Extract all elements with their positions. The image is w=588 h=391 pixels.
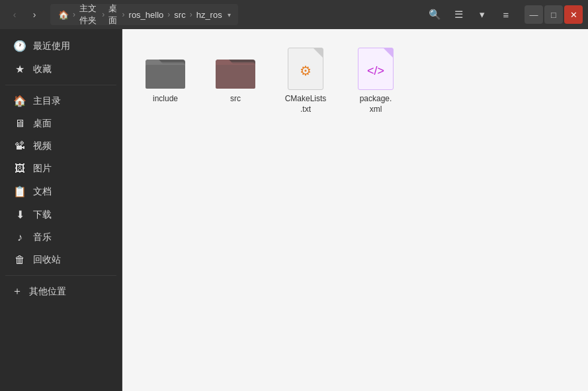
sidebar-item-video-label: 视频 (33, 140, 52, 152)
breadcrumb-desktop[interactable]: 桌面 (106, 1, 120, 28)
sidebar: 🕐 最近使用 ★ 收藏 🏠 主目录 🖥 桌面 📽 视频 🖼 图片 📋 文档 (0, 29, 122, 391)
music-icon: ♪ (13, 232, 26, 243)
sidebar-item-downloads-label: 下载 (33, 209, 52, 221)
nav-forward-button[interactable]: › (25, 5, 44, 24)
breadcrumb-hz-ros-label: hz_ros (196, 10, 222, 20)
close-button[interactable]: ✕ (564, 5, 583, 24)
nav-back-button[interactable]: ‹ (5, 5, 24, 24)
window-controls: — □ ✕ (525, 5, 583, 24)
cmake-file-label: CMakeLists.txt (285, 94, 327, 114)
sidebar-item-pictures-label: 图片 (33, 163, 52, 175)
file-item-cmake[interactable]: ⚙ CMakeLists.txt (276, 42, 335, 120)
breadcrumb-sep-2: › (102, 10, 105, 19)
sidebar-item-home-label: 主目录 (33, 95, 61, 107)
file-item-src[interactable]: src (206, 42, 265, 120)
breadcrumb-src-label: src (174, 10, 185, 20)
sidebar-item-trash[interactable]: 🗑 回收站 (3, 249, 119, 271)
nav-buttons: ‹ › (5, 5, 44, 24)
sidebar-item-trash-label: 回收站 (33, 254, 61, 266)
chevron-down-icon: ▾ (480, 9, 485, 21)
svg-rect-2 (146, 65, 185, 89)
sidebar-item-desktop[interactable]: 🖥 桌面 (3, 113, 119, 134)
cmake-file-icon: ⚙ (284, 48, 327, 90)
breadcrumb-sep-1: › (73, 10, 75, 19)
breadcrumb-homedir-label: 主文件夹 (79, 3, 98, 26)
recent-icon: 🕐 (13, 40, 26, 52)
desktop-icon: 🖥 (13, 118, 26, 130)
breadcrumb-sep-3: › (122, 10, 125, 19)
downloads-icon: ⬇ (13, 208, 26, 221)
view-options-button[interactable]: ▾ (472, 4, 493, 25)
plus-icon: ＋ (11, 284, 24, 298)
main-layout: 🕐 最近使用 ★ 收藏 🏠 主目录 🖥 桌面 📽 视频 🖼 图片 📋 文档 (0, 29, 588, 391)
sidebar-other-label: 其他位置 (29, 286, 66, 298)
sidebar-item-desktop-label: 桌面 (33, 118, 52, 130)
menu-button[interactable]: ≡ (495, 4, 517, 25)
breadcrumb-desktop-label: 桌面 (108, 3, 118, 26)
breadcrumb-ros-hello-label: ros_hello (129, 10, 164, 20)
search-button[interactable]: 🔍 (424, 4, 445, 25)
sidebar-item-recent[interactable]: 🕐 最近使用 (3, 35, 119, 57)
breadcrumb-src[interactable]: src (171, 9, 188, 21)
maximize-button[interactable]: □ (544, 5, 563, 24)
sidebar-item-downloads[interactable]: ⬇ 下载 (3, 204, 119, 226)
favorites-icon: ★ (13, 63, 26, 75)
breadcrumb-hz-ros[interactable]: hz_ros (194, 9, 225, 21)
sidebar-divider-1 (5, 85, 116, 85)
titlebar: ‹ › 🏠 › 主文件夹 › 桌面 › ros_hello › src › hz… (0, 0, 588, 29)
svg-rect-5 (216, 65, 255, 89)
trash-icon: 🗑 (13, 254, 26, 266)
minimize-button[interactable]: — (525, 5, 543, 24)
view-list-button[interactable]: ☰ (448, 4, 469, 25)
sidebar-item-favorites-label: 收藏 (33, 64, 52, 75)
sidebar-item-music-label: 音乐 (33, 232, 52, 243)
sidebar-item-home[interactable]: 🏠 主目录 (3, 90, 119, 112)
file-content-area: include src ⚙ CMakeLists.tx (122, 29, 588, 391)
package-xml-icon: </> (355, 48, 397, 90)
breadcrumb-dropdown-button[interactable]: ▾ (226, 9, 233, 21)
breadcrumb-sep-5: › (190, 10, 192, 19)
titlebar-actions: 🔍 ☰ ▾ ≡ (424, 4, 517, 25)
src-folder-label: src (230, 94, 241, 105)
breadcrumb-ros-hello[interactable]: ros_hello (126, 9, 167, 21)
include-folder-icon (144, 48, 187, 90)
sidebar-item-pictures[interactable]: 🖼 图片 (3, 158, 119, 179)
sidebar-item-video[interactable]: 📽 视频 (3, 136, 119, 157)
breadcrumb-sep-4: › (167, 10, 170, 19)
package-xml-label: package.xml (360, 94, 392, 114)
sidebar-item-music[interactable]: ♪ 音乐 (3, 227, 119, 248)
file-item-include[interactable]: include (136, 42, 195, 120)
breadcrumb-home[interactable]: 🏠 (56, 9, 71, 21)
documents-icon: 📋 (13, 185, 26, 198)
hamburger-icon: ≡ (503, 9, 509, 21)
sidebar-item-recent-label: 最近使用 (33, 40, 70, 52)
pictures-icon: 🖼 (13, 163, 26, 175)
sidebar-item-favorites[interactable]: ★ 收藏 (3, 58, 119, 80)
include-folder-label: include (153, 94, 178, 105)
video-icon: 📽 (13, 140, 26, 152)
sidebar-item-documents-label: 文档 (33, 186, 52, 198)
file-item-package[interactable]: </> package.xml (346, 42, 405, 120)
list-view-icon: ☰ (454, 9, 463, 21)
src-folder-icon (214, 48, 257, 90)
home-dir-icon: 🏠 (13, 95, 26, 107)
breadcrumb-homedir[interactable]: 主文件夹 (77, 1, 101, 28)
sidebar-divider-2 (5, 275, 116, 276)
breadcrumb: 🏠 › 主文件夹 › 桌面 › ros_hello › src › hz_ros… (50, 4, 238, 25)
sidebar-item-documents[interactable]: 📋 文档 (3, 181, 119, 202)
home-icon: 🏠 (58, 10, 69, 20)
search-icon: 🔍 (429, 9, 441, 21)
sidebar-item-other[interactable]: ＋ 其他位置 (0, 280, 122, 303)
